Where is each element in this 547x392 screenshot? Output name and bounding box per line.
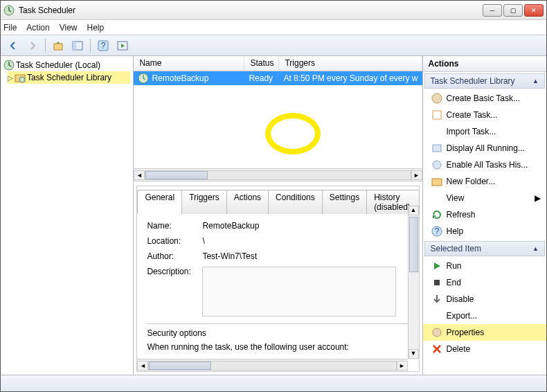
svg-text:?: ? (434, 226, 439, 236)
svg-text:?: ? (101, 41, 106, 51)
title-bar: Task Scheduler ─ ▢ ✕ (1, 1, 546, 20)
tab-general[interactable]: General (137, 190, 182, 214)
description-box[interactable] (202, 267, 396, 317)
clock-icon (138, 73, 149, 84)
col-name[interactable]: Name (134, 56, 244, 71)
svg-rect-15 (432, 179, 442, 186)
history-icon (431, 159, 442, 170)
action-help[interactable]: ?Help (423, 223, 546, 240)
details-hscroll[interactable]: ◄► (137, 359, 407, 371)
action-properties[interactable]: Properties (423, 324, 546, 341)
tree-pane: Task Scheduler (Local) ▷ Task Scheduler … (1, 56, 134, 375)
action-view[interactable]: View▶ (423, 190, 546, 206)
svg-point-9 (19, 77, 25, 82)
action-disable[interactable]: Disable (423, 291, 546, 308)
status-bar (1, 375, 546, 391)
task-list-header: Name Status Triggers (134, 56, 422, 71)
menu-action[interactable]: Action (26, 23, 49, 33)
forward-button[interactable] (24, 37, 41, 54)
svg-point-11 (432, 93, 442, 103)
folder-clock-icon (15, 72, 26, 83)
wizard-icon (431, 93, 442, 104)
task-icon (431, 109, 442, 121)
window-title: Task Scheduler (19, 6, 483, 15)
run-icon[interactable] (114, 37, 131, 54)
actions-section-selected[interactable]: Selected Item▲ (424, 241, 545, 256)
tree-library[interactable]: ▷ Task Scheduler Library (8, 71, 130, 84)
actions-section-library[interactable]: Task Scheduler Library▲ (424, 73, 545, 89)
svg-point-19 (433, 328, 441, 337)
refresh-icon (431, 209, 442, 220)
svg-rect-1 (54, 44, 62, 50)
tree-root-label: Task Scheduler (Local) (16, 60, 100, 70)
tab-actions[interactable]: Actions (226, 190, 269, 214)
blank-icon (431, 193, 442, 204)
stop-icon (431, 277, 442, 288)
main-area: Task Scheduler (Local) ▷ Task Scheduler … (1, 56, 546, 375)
disable-icon (431, 294, 442, 305)
actions-title: Actions (423, 56, 546, 72)
help-icon: ? (431, 226, 442, 237)
author-value: Test-Win7\Test (202, 251, 409, 261)
action-run[interactable]: Run (423, 258, 546, 274)
location-value: \ (202, 236, 409, 246)
action-refresh[interactable]: Refresh (423, 206, 546, 223)
tab-triggers[interactable]: Triggers (181, 190, 227, 214)
action-import-task[interactable]: Import Task... (423, 123, 546, 140)
list-icon (431, 143, 442, 154)
back-button[interactable] (5, 37, 21, 54)
tree-root[interactable]: Task Scheduler (Local) (3, 59, 130, 71)
action-display-running[interactable]: Display All Running... (423, 140, 546, 157)
tree-library-label: Task Scheduler Library (27, 73, 111, 82)
task-row[interactable]: RemoteBackup Ready At 8:50 PM every Sund… (134, 71, 422, 85)
clock-icon (3, 5, 15, 16)
tab-conditions[interactable]: Conditions (268, 190, 323, 214)
description-label: Description: (147, 267, 202, 317)
tab-general-body: Name:RemoteBackup Location:\ Author:Test… (137, 214, 418, 371)
task-row-name: RemoteBackup (152, 73, 208, 83)
task-row-status: Ready (249, 73, 273, 83)
svg-rect-13 (433, 145, 441, 152)
submenu-arrow-icon: ▶ (535, 193, 541, 203)
action-create-task[interactable]: Create Task... (423, 107, 546, 123)
col-status[interactable]: Status (244, 56, 279, 71)
svg-rect-18 (434, 280, 440, 285)
security-text: When running the task, use the following… (147, 342, 409, 352)
actions-pane: Actions Task Scheduler Library▲ Create B… (422, 56, 546, 375)
name-value: RemoteBackup (202, 221, 409, 231)
task-row-trigger: At 8:50 PM every Sunday of every w (283, 73, 418, 83)
minimize-button[interactable]: ─ (483, 4, 502, 17)
clock-icon (3, 60, 15, 71)
menu-file[interactable]: File (3, 23, 17, 33)
action-end[interactable]: End (423, 274, 546, 291)
maximize-button[interactable]: ▢ (503, 4, 523, 17)
action-enable-history[interactable]: Enable All Tasks His... (423, 157, 546, 173)
expand-icon[interactable]: ▷ (8, 74, 13, 82)
delete-icon (431, 344, 442, 355)
content-pane: Name Status Triggers RemoteBackup Ready … (134, 56, 422, 375)
action-export[interactable]: Export... (423, 308, 546, 324)
folder-icon (431, 176, 442, 187)
toolbar: ? (1, 35, 546, 56)
panel-icon[interactable] (69, 37, 86, 54)
action-new-folder[interactable]: New Folder... (423, 173, 546, 190)
blank-icon (431, 310, 442, 321)
tab-settings[interactable]: Settings (322, 190, 367, 214)
details-pane: General Triggers Actions Conditions Sett… (136, 186, 419, 372)
properties-icon (431, 327, 442, 338)
svg-rect-12 (433, 111, 441, 119)
menu-view[interactable]: View (60, 23, 78, 33)
action-create-basic-task[interactable]: Create Basic Task... (423, 90, 546, 107)
close-button[interactable]: ✕ (524, 4, 544, 17)
up-button[interactable] (50, 37, 66, 54)
help-icon[interactable]: ? (95, 37, 111, 54)
action-delete[interactable]: Delete (423, 341, 546, 357)
col-triggers[interactable]: Triggers (279, 56, 422, 71)
security-header: Security options (147, 328, 409, 338)
details-vscroll[interactable]: ▲▼ (408, 206, 419, 359)
author-label: Author: (147, 251, 202, 261)
menu-help[interactable]: Help (87, 23, 105, 33)
svg-rect-3 (73, 42, 76, 50)
collapse-icon: ▲ (532, 78, 539, 84)
task-list-hscroll[interactable]: ◄► (134, 168, 422, 181)
